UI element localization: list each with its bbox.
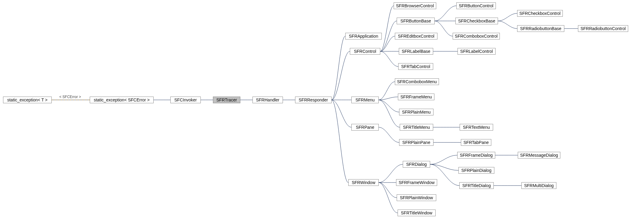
edge-SFRControl-SFRTabControl [380,51,398,67]
node-SFCInvoker[interactable]: SFCInvoker [170,97,201,103]
node-SFRApplication[interactable]: SFRApplication [345,33,382,39]
node-SFRBrowserControl[interactable]: SFRBrowserControl [394,2,436,9]
inheritance-diagram: < SFCError > static_exception< T >static… [0,0,644,222]
edge-SFRCheckboxBase-SFRCheckboxControl [498,13,517,21]
node-SFRFrameWindow[interactable]: SFRFrameWindow [396,179,437,186]
node-SFREditboxControl[interactable]: SFREditboxControl [395,33,437,39]
node-SFRTabPane[interactable]: SFRTabPane [461,139,491,146]
node-SFRButtonControl[interactable]: SFRButtonControl [456,2,496,9]
edge-SFRMenu-SFRPlainMenu [379,100,399,112]
node-SFRButtonBase[interactable]: SFRButtonBase [397,18,435,24]
node-SFRPlainMenu[interactable]: SFRPlainMenu [399,109,433,115]
node-SFRRadiobuttonControl[interactable]: SFRRadiobuttonControl [578,25,628,32]
node-SFRTitleDialog[interactable]: SFRTitleDialog [459,182,494,189]
node-SFRPane[interactable]: SFRPane [351,124,379,131]
edge-SFRWindow-SFRTitleWindow [379,183,398,213]
edge-SFRMenu-SFRFrameMenu [379,97,398,100]
edge-SFRMenu-SFRTitleMenu [379,100,400,127]
node-SFRTabControl[interactable]: SFRTabControl [398,63,433,70]
edge-SFRResponder-SFRPane [332,100,351,127]
node-SFRLabelControl[interactable]: SFRLabelControl [458,48,496,55]
edge-SFRButtonBase-SFRButtonControl [435,6,456,21]
edge-SFRResponder-SFRApplication [332,36,345,100]
node-static_exception_T[interactable]: static_exception< T > [3,97,52,103]
edge-SFRResponder-SFRWindow [332,100,348,183]
edge-SFRCheckboxBase-SFRRadiobuttonBase [498,21,517,29]
node-SFRHandler[interactable]: SFRHandler [252,97,283,103]
edge-SFRWindow-SFRPlainWindow [379,183,397,198]
node-SFRControl[interactable]: SFRControl [350,48,380,55]
edge-SFRPane-SFRPlainPane [379,127,399,142]
node-SFRComboboxControl[interactable]: SFRComboboxControl [453,33,500,39]
edge-SFRResponder-SFRControl [332,51,350,100]
node-SFRLabelBase[interactable]: SFRLabelBase [399,48,433,55]
node-SFRPlainWindow[interactable]: SFRPlainWindow [397,194,436,201]
node-SFRMenu[interactable]: SFRMenu [351,97,379,103]
node-SFRPlainPane[interactable]: SFRPlainPane [399,139,433,146]
node-SFRFrameMenu[interactable]: SFRFrameMenu [398,94,434,100]
node-SFRMessageDialog[interactable]: SFRMessageDialog [518,152,560,159]
node-SFRFrameDialog[interactable]: SFRFrameDialog [457,152,495,159]
node-static_exception_Err[interactable]: static_exception< SFCError > [90,97,154,103]
node-SFRWindow[interactable]: SFRWindow [348,179,379,186]
node-SFRResponder[interactable]: SFRResponder [295,97,332,103]
template-param-label: < SFCError > [59,95,81,99]
node-SFRTextMenu[interactable]: SFRTextMenu [460,124,493,131]
node-SFRPlainDialog[interactable]: SFRPlainDialog [458,167,494,174]
node-SFRTitleWindow[interactable]: SFRTitleWindow [398,210,436,216]
node-SFRCheckboxControl[interactable]: SFRCheckboxControl [517,10,563,17]
node-SFRDialog[interactable]: SFRDialog [403,161,430,168]
node-SFRTracer: SFRTracer [213,97,240,103]
node-SFRRadiobuttonBase[interactable]: SFRRadiobuttonBase [517,25,564,32]
edge-SFRMenu-SFRComboboxMenu [379,82,395,100]
edge-SFRDialog-SFRFrameDialog [430,155,457,164]
edge-SFRControl-SFREditboxControl [380,36,395,51]
node-SFRCheckboxBase[interactable]: SFRCheckboxBase [455,18,498,24]
node-SFRMultiDialog[interactable]: SFRMultiDialog [521,182,556,189]
node-SFRComboboxMenu[interactable]: SFRComboboxMenu [395,78,439,85]
node-SFRTitleMenu[interactable]: SFRTitleMenu [400,124,433,131]
